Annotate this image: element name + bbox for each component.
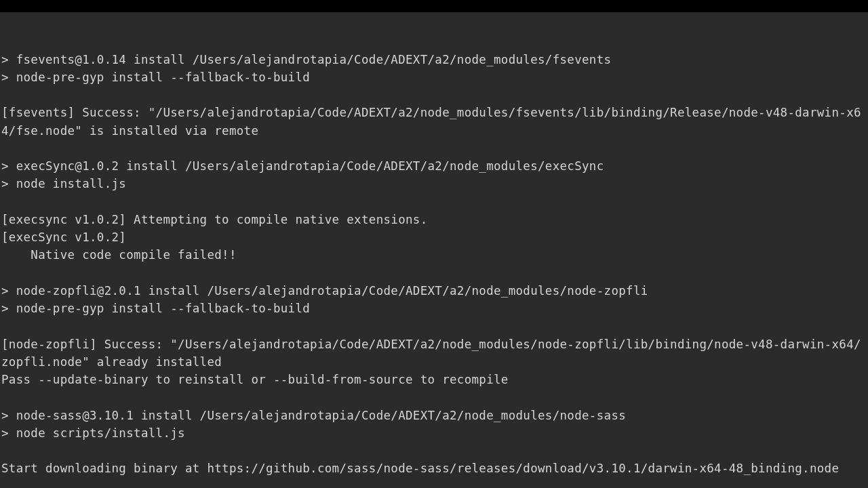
terminal-line	[1, 86, 867, 104]
terminal-line: > fsevents@1.0.14 install /Users/alejand…	[1, 51, 867, 68]
terminal-line: [execsync v1.0.2] Attempting to compile …	[1, 211, 867, 228]
terminal-line: Start downloading binary at https://gith…	[1, 460, 867, 477]
terminal-line: Native code compile failed!!	[1, 246, 867, 264]
terminal-line: [execSync v1.0.2]	[1, 228, 867, 246]
terminal-window[interactable]: > fsevents@1.0.14 install /Users/alejand…	[0, 12, 868, 488]
terminal-line: > node-sass@3.10.1 install /Users/alejan…	[1, 407, 867, 424]
terminal-line: [node-zopfli] Success: "/Users/alejandro…	[1, 336, 867, 371]
terminal-line: > node scripts/install.js	[1, 424, 867, 442]
terminal-output: > fsevents@1.0.14 install /Users/alejand…	[1, 51, 867, 478]
terminal-line: > node-pre-gyp install --fallback-to-bui…	[1, 300, 867, 317]
terminal-line: Pass --update-binary to reinstall or --b…	[1, 371, 867, 388]
terminal-line	[1, 317, 867, 335]
terminal-line	[1, 264, 867, 282]
terminal-line	[1, 388, 867, 406]
terminal-line: > node-pre-gyp install --fallback-to-bui…	[1, 68, 867, 86]
terminal-line	[1, 140, 867, 157]
terminal-line: > node install.js	[1, 175, 867, 192]
terminal-line: [fsevents] Success: "/Users/alejandrotap…	[1, 104, 867, 140]
terminal-line: > node-zopfli@2.0.1 install /Users/aleja…	[1, 282, 867, 300]
terminal-line: > execSync@1.0.2 install /Users/alejandr…	[1, 157, 867, 175]
terminal-line	[1, 193, 867, 211]
terminal-line	[1, 442, 867, 460]
